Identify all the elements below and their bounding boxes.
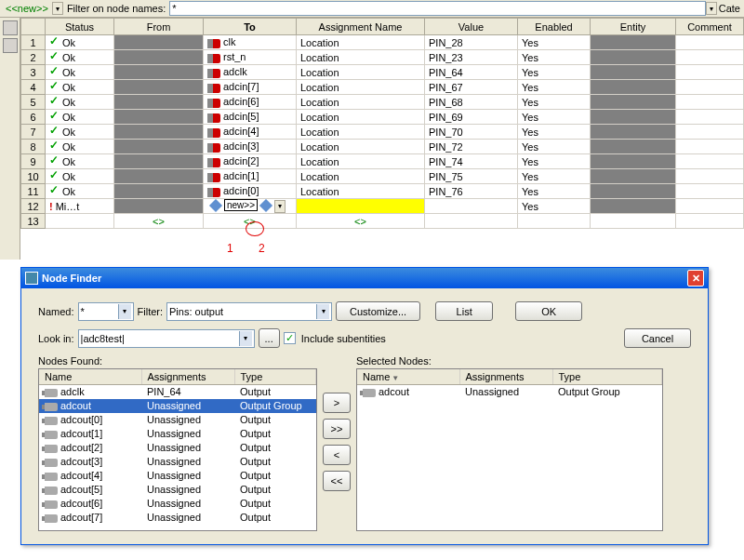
comment-cell[interactable]	[676, 125, 744, 140]
assign-cell[interactable]: <>	[297, 214, 425, 229]
enabled-cell[interactable]: Yes	[518, 65, 591, 80]
named-combo[interactable]: *▾	[78, 302, 134, 321]
move-left-button[interactable]: <	[323, 445, 351, 465]
enabled-cell[interactable]	[518, 214, 591, 229]
grid-header[interactable]: Status	[46, 19, 114, 35]
enabled-cell[interactable]: Yes	[518, 35, 591, 50]
comment-cell[interactable]	[676, 110, 744, 125]
entity-cell[interactable]	[591, 35, 676, 50]
entity-cell[interactable]	[591, 199, 676, 214]
table-row[interactable]: 3 Ok adclk Location PIN_64 Yes	[21, 65, 744, 80]
value-cell[interactable]: PIN_64	[425, 65, 518, 80]
dialog-titlebar[interactable]: Node Finder ✕	[21, 268, 708, 288]
col-type[interactable]: Type	[552, 369, 662, 385]
list-item[interactable]: adcout[7]UnassignedOutput	[39, 511, 316, 525]
assign-cell[interactable]: Location	[297, 50, 425, 65]
comment-cell[interactable]	[676, 35, 744, 50]
from-cell[interactable]	[114, 199, 204, 214]
browse-button[interactable]: ...	[259, 328, 280, 348]
col-assign[interactable]: Assignments	[141, 369, 234, 385]
filter-input[interactable]	[169, 1, 705, 16]
value-cell[interactable]: PIN_69	[425, 110, 518, 125]
enabled-cell[interactable]: Yes	[518, 80, 591, 95]
entity-cell[interactable]	[591, 125, 676, 140]
value-cell[interactable]	[425, 214, 518, 229]
list-item[interactable]: adcout[0]UnassignedOutput	[39, 413, 316, 427]
entity-cell[interactable]	[591, 95, 676, 110]
entity-cell[interactable]	[591, 65, 676, 80]
table-row[interactable]: 11 Ok adcin[0] Location PIN_76 Yes	[21, 184, 744, 199]
table-row[interactable]: 7 Ok adcin[4] Location PIN_70 Yes	[21, 125, 744, 140]
from-cell[interactable]	[114, 50, 204, 65]
value-cell[interactable]: PIN_75	[425, 169, 518, 184]
customize-button[interactable]: Customize...	[336, 301, 420, 321]
value-cell[interactable]: PIN_28	[425, 35, 518, 50]
lookin-combo[interactable]: |adc8test|▾	[78, 329, 255, 348]
table-row[interactable]: 8 Ok adcin[3] Location PIN_72 Yes	[21, 140, 744, 154]
assign-cell[interactable]: Location	[297, 95, 425, 110]
from-cell[interactable]	[114, 140, 204, 154]
comment-cell[interactable]	[676, 95, 744, 110]
value-cell[interactable]: PIN_72	[425, 140, 518, 154]
table-row[interactable]: 1 Ok clk Location PIN_28 Yes	[21, 35, 744, 50]
new-dropdown[interactable]: ▾	[52, 2, 63, 15]
to-cell[interactable]: <>	[204, 214, 297, 229]
assign-cell[interactable]: Location	[297, 154, 425, 169]
entity-cell[interactable]	[591, 140, 676, 154]
enabled-cell[interactable]: Yes	[518, 95, 591, 110]
move-right-button[interactable]: >	[323, 393, 351, 413]
to-cell[interactable]: adcin[0]	[204, 184, 297, 199]
include-checkbox[interactable]: ✓	[284, 332, 296, 344]
to-cell[interactable]: adcin[1]	[204, 169, 297, 184]
move-all-right-button[interactable]: >>	[323, 419, 351, 439]
table-row[interactable]: 2 Ok rst_n Location PIN_23 Yes	[21, 50, 744, 65]
list-item[interactable]: adcout[4]UnassignedOutput	[39, 469, 316, 483]
assign-cell[interactable]: Location	[297, 65, 425, 80]
table-row[interactable]: 9 Ok adcin[2] Location PIN_74 Yes	[21, 154, 744, 169]
from-cell[interactable]	[114, 169, 204, 184]
from-cell[interactable]	[114, 80, 204, 95]
chevron-down-icon[interactable]: ▾	[118, 304, 131, 319]
filter-combo[interactable]: Pins: output▾	[166, 302, 332, 321]
grid-header[interactable]: Comment	[676, 19, 744, 35]
chevron-down-icon[interactable]: ▾	[239, 331, 252, 346]
to-cell[interactable]: adcin[7]	[204, 80, 297, 95]
entity-cell[interactable]	[591, 184, 676, 199]
move-all-left-button[interactable]: <<	[323, 471, 351, 491]
entity-cell[interactable]	[591, 214, 676, 229]
assign-cell[interactable]	[297, 199, 425, 214]
from-cell[interactable]	[114, 184, 204, 199]
to-cell[interactable]: adcin[3]	[204, 140, 297, 154]
grid-header[interactable]	[21, 19, 46, 35]
nodes-found-list[interactable]: Name Assignments Type adclkPIN_64Outputa…	[38, 368, 317, 531]
assign-cell[interactable]: Location	[297, 35, 425, 50]
to-dropdown[interactable]: ▾	[274, 200, 286, 213]
assign-cell[interactable]: Location	[297, 184, 425, 199]
comment-cell[interactable]	[676, 65, 744, 80]
list-item[interactable]: adcout[2]UnassignedOutput	[39, 441, 316, 455]
comment-cell[interactable]	[676, 184, 744, 199]
table-row[interactable]: 4 Ok adcin[7] Location PIN_67 Yes	[21, 80, 744, 95]
from-cell[interactable]	[114, 35, 204, 50]
value-cell[interactable]: PIN_23	[425, 50, 518, 65]
enabled-cell[interactable]: Yes	[518, 169, 591, 184]
value-cell[interactable]: PIN_74	[425, 154, 518, 169]
cancel-button[interactable]: Cancel	[624, 328, 691, 348]
value-cell[interactable]	[425, 199, 518, 214]
grid-header[interactable]: From	[114, 19, 204, 35]
enabled-cell[interactable]: Yes	[518, 184, 591, 199]
ok-button[interactable]: OK	[515, 301, 582, 321]
comment-cell[interactable]	[676, 140, 744, 154]
to-cell[interactable]: adcin[4]	[204, 125, 297, 140]
enabled-cell[interactable]: Yes	[518, 199, 591, 214]
from-cell[interactable]	[114, 95, 204, 110]
grid-header[interactable]: To	[204, 19, 297, 35]
comment-cell[interactable]	[676, 50, 744, 65]
col-name[interactable]: Name▼	[357, 369, 459, 385]
entity-cell[interactable]	[591, 50, 676, 65]
value-cell[interactable]: PIN_70	[425, 125, 518, 140]
comment-cell[interactable]	[676, 199, 744, 214]
assign-cell[interactable]: Location	[297, 169, 425, 184]
from-cell[interactable]	[114, 125, 204, 140]
list-item[interactable]: adcout[1]UnassignedOutput	[39, 427, 316, 441]
